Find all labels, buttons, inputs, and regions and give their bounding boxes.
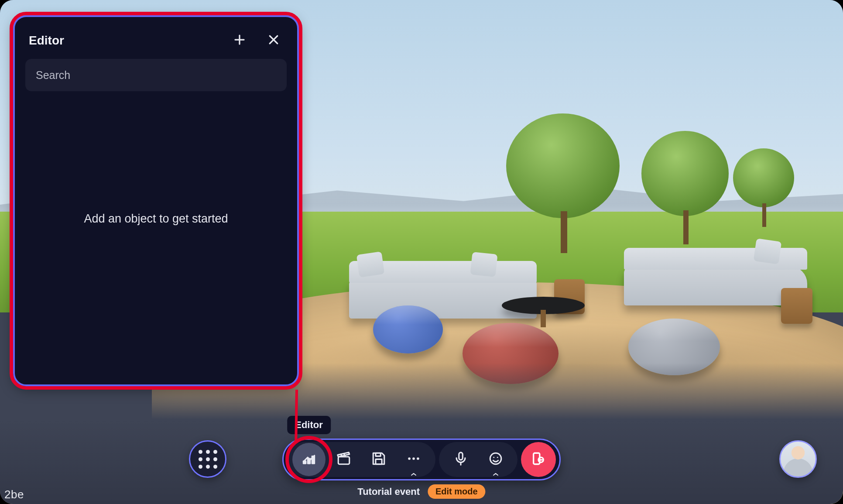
svg-rect-10: [376, 453, 380, 456]
add-button[interactable]: [230, 31, 249, 50]
svg-rect-11: [376, 459, 382, 464]
exit-icon: [531, 451, 546, 468]
editor-panel: Editor Add an object to get started: [13, 15, 299, 386]
svg-point-14: [417, 457, 419, 460]
event-name: Tutorial event: [357, 486, 420, 497]
scene-pouf-blue: [373, 305, 443, 353]
app-frame: Editor Add an object to get started: [0, 0, 843, 504]
svg-point-18: [493, 457, 494, 458]
status-bar: Tutorial event Edit mode: [357, 484, 485, 499]
editor-tooltip: Editor: [287, 416, 331, 434]
svg-rect-15: [459, 453, 463, 460]
svg-rect-7: [338, 457, 350, 464]
svg-point-12: [408, 457, 411, 460]
bottom-toolbar: [282, 439, 561, 480]
chevron-up-icon: [493, 470, 499, 473]
grid-icon: [199, 450, 217, 469]
scene-couch: [624, 266, 807, 305]
search-input[interactable]: [36, 69, 276, 82]
scene-tree: [506, 113, 620, 253]
svg-rect-6: [312, 456, 315, 464]
svg-point-19: [497, 457, 498, 458]
chevron-up-icon: [411, 470, 417, 473]
svg-rect-5: [307, 458, 311, 464]
editor-title: Editor: [29, 34, 64, 48]
svg-rect-4: [303, 460, 307, 464]
editor-header-actions: [230, 31, 283, 50]
svg-point-17: [490, 453, 501, 464]
more-icon: [406, 451, 421, 468]
reactions-button[interactable]: [479, 443, 512, 476]
editor-body: Add an object to get started: [25, 91, 287, 372]
emoji-icon: [488, 451, 503, 468]
save-icon: [371, 451, 386, 468]
editor-button[interactable]: [292, 443, 326, 476]
editor-icon: [302, 451, 316, 468]
plus-icon: [233, 33, 246, 48]
clapper-icon: [336, 451, 351, 468]
search-input-wrapper[interactable]: [25, 59, 287, 91]
scene-couch: [349, 279, 537, 319]
avatar-button[interactable]: [779, 440, 817, 478]
toolbar-group-edit: [287, 442, 435, 477]
more-button[interactable]: [397, 443, 430, 476]
scene-tree: [733, 148, 794, 227]
scene-coffee-table: [502, 297, 585, 314]
svg-point-13: [412, 457, 415, 460]
editor-header: Editor: [25, 29, 287, 59]
close-button[interactable]: [264, 31, 283, 50]
mic-button[interactable]: [444, 443, 477, 476]
mode-badge: Edit mode: [428, 484, 486, 499]
toolbar-group-social: [439, 442, 517, 477]
leave-button[interactable]: [521, 442, 556, 477]
save-button[interactable]: [362, 443, 395, 476]
scenes-button[interactable]: [327, 443, 360, 476]
close-icon: [267, 33, 280, 48]
footer-left-text: 2be: [4, 488, 24, 501]
scene-tree: [641, 131, 729, 244]
editor-empty-message: Add an object to get started: [84, 212, 228, 226]
apps-menu-button[interactable]: [189, 440, 226, 478]
scene-side-table: [781, 288, 812, 324]
mic-icon: [453, 451, 468, 468]
